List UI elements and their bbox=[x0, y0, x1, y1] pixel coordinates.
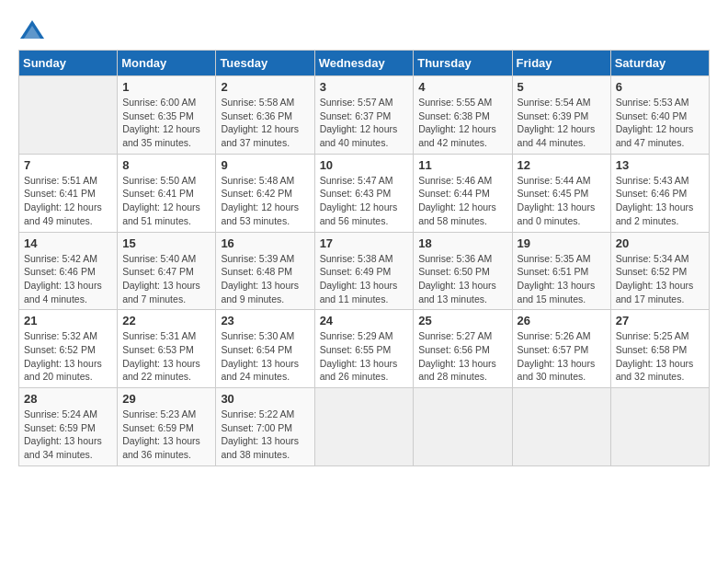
day-number: 6 bbox=[616, 80, 704, 94]
header-day-sunday: Sunday bbox=[19, 51, 118, 76]
calendar-cell bbox=[414, 388, 512, 466]
day-number: 28 bbox=[24, 392, 112, 406]
day-number: 12 bbox=[518, 158, 606, 172]
header-day-tuesday: Tuesday bbox=[216, 51, 314, 76]
day-number: 14 bbox=[24, 236, 112, 250]
calendar-table: SundayMondayTuesdayWednesdayThursdayFrid… bbox=[18, 50, 710, 466]
week-row-2: 7Sunrise: 5:51 AMSunset: 6:41 PMDaylight… bbox=[19, 154, 710, 232]
day-number: 9 bbox=[221, 158, 309, 172]
calendar-cell: 4Sunrise: 5:55 AMSunset: 6:38 PMDaylight… bbox=[414, 76, 512, 155]
week-row-5: 28Sunrise: 5:24 AMSunset: 6:59 PMDayligh… bbox=[19, 388, 710, 466]
logo bbox=[18, 18, 50, 40]
week-row-1: 1Sunrise: 6:00 AMSunset: 6:35 PMDaylight… bbox=[19, 76, 710, 155]
day-number: 3 bbox=[320, 80, 409, 94]
day-number: 27 bbox=[616, 314, 704, 327]
day-number: 21 bbox=[24, 314, 112, 327]
day-number: 19 bbox=[518, 236, 606, 250]
header-day-wednesday: Wednesday bbox=[314, 51, 414, 76]
day-info: Sunrise: 5:24 AMSunset: 6:59 PMDaylight:… bbox=[24, 408, 112, 462]
day-info: Sunrise: 5:35 AMSunset: 6:51 PMDaylight:… bbox=[518, 252, 606, 306]
day-number: 30 bbox=[221, 392, 309, 406]
day-number: 5 bbox=[518, 80, 606, 94]
day-number: 8 bbox=[122, 158, 210, 172]
calendar-cell: 26Sunrise: 5:26 AMSunset: 6:57 PMDayligh… bbox=[512, 310, 610, 388]
day-info: Sunrise: 5:22 AMSunset: 7:00 PMDaylight:… bbox=[221, 408, 309, 462]
day-info: Sunrise: 5:34 AMSunset: 6:52 PMDaylight:… bbox=[616, 252, 704, 306]
day-info: Sunrise: 5:30 AMSunset: 6:54 PMDaylight:… bbox=[221, 329, 309, 384]
calendar-cell: 29Sunrise: 5:23 AMSunset: 6:59 PMDayligh… bbox=[118, 388, 216, 466]
day-info: Sunrise: 5:26 AMSunset: 6:57 PMDaylight:… bbox=[518, 329, 606, 384]
day-number: 22 bbox=[122, 314, 210, 327]
day-info: Sunrise: 5:27 AMSunset: 6:56 PMDaylight:… bbox=[418, 329, 506, 384]
day-number: 24 bbox=[320, 314, 409, 327]
calendar-cell: 17Sunrise: 5:38 AMSunset: 6:49 PMDayligh… bbox=[314, 232, 414, 310]
calendar-cell bbox=[610, 388, 709, 466]
header bbox=[18, 18, 710, 40]
calendar-cell: 23Sunrise: 5:30 AMSunset: 6:54 PMDayligh… bbox=[216, 310, 314, 388]
day-info: Sunrise: 5:25 AMSunset: 6:58 PMDaylight:… bbox=[616, 329, 704, 384]
calendar-cell: 12Sunrise: 5:44 AMSunset: 6:45 PMDayligh… bbox=[512, 154, 610, 232]
day-info: Sunrise: 5:39 AMSunset: 6:48 PMDaylight:… bbox=[221, 252, 309, 306]
day-info: Sunrise: 5:38 AMSunset: 6:49 PMDaylight:… bbox=[320, 252, 409, 306]
header-day-saturday: Saturday bbox=[610, 51, 709, 76]
day-info: Sunrise: 5:43 AMSunset: 6:46 PMDaylight:… bbox=[616, 174, 704, 228]
day-info: Sunrise: 5:44 AMSunset: 6:45 PMDaylight:… bbox=[518, 174, 606, 228]
calendar-cell: 16Sunrise: 5:39 AMSunset: 6:48 PMDayligh… bbox=[216, 232, 314, 310]
day-info: Sunrise: 5:55 AMSunset: 6:38 PMDaylight:… bbox=[418, 96, 506, 150]
calendar-cell: 15Sunrise: 5:40 AMSunset: 6:47 PMDayligh… bbox=[118, 232, 216, 310]
day-number: 1 bbox=[122, 80, 210, 94]
calendar-cell: 25Sunrise: 5:27 AMSunset: 6:56 PMDayligh… bbox=[414, 310, 512, 388]
day-number: 16 bbox=[221, 236, 309, 250]
calendar-cell bbox=[512, 388, 610, 466]
calendar-cell: 3Sunrise: 5:57 AMSunset: 6:37 PMDaylight… bbox=[314, 76, 414, 155]
day-number: 2 bbox=[221, 80, 309, 94]
day-info: Sunrise: 5:36 AMSunset: 6:50 PMDaylight:… bbox=[418, 252, 506, 306]
calendar-cell: 19Sunrise: 5:35 AMSunset: 6:51 PMDayligh… bbox=[512, 232, 610, 310]
calendar-cell: 1Sunrise: 6:00 AMSunset: 6:35 PMDaylight… bbox=[118, 76, 216, 155]
header-day-friday: Friday bbox=[512, 51, 610, 76]
calendar-cell: 21Sunrise: 5:32 AMSunset: 6:52 PMDayligh… bbox=[19, 310, 118, 388]
logo-icon bbox=[18, 18, 46, 40]
header-day-monday: Monday bbox=[118, 51, 216, 76]
day-number: 13 bbox=[616, 158, 704, 172]
calendar-cell: 22Sunrise: 5:31 AMSunset: 6:53 PMDayligh… bbox=[118, 310, 216, 388]
calendar-cell: 18Sunrise: 5:36 AMSunset: 6:50 PMDayligh… bbox=[414, 232, 512, 310]
day-info: Sunrise: 5:46 AMSunset: 6:44 PMDaylight:… bbox=[418, 174, 506, 228]
day-number: 17 bbox=[320, 236, 409, 250]
day-number: 15 bbox=[122, 236, 210, 250]
day-info: Sunrise: 5:50 AMSunset: 6:41 PMDaylight:… bbox=[122, 174, 210, 228]
week-row-4: 21Sunrise: 5:32 AMSunset: 6:52 PMDayligh… bbox=[19, 310, 710, 388]
calendar-cell: 13Sunrise: 5:43 AMSunset: 6:46 PMDayligh… bbox=[610, 154, 709, 232]
day-info: Sunrise: 5:57 AMSunset: 6:37 PMDaylight:… bbox=[320, 96, 409, 150]
day-number: 25 bbox=[418, 314, 506, 327]
day-info: Sunrise: 5:54 AMSunset: 6:39 PMDaylight:… bbox=[518, 96, 606, 150]
day-info: Sunrise: 5:42 AMSunset: 6:46 PMDaylight:… bbox=[24, 252, 112, 306]
calendar-cell: 20Sunrise: 5:34 AMSunset: 6:52 PMDayligh… bbox=[610, 232, 709, 310]
calendar-cell: 27Sunrise: 5:25 AMSunset: 6:58 PMDayligh… bbox=[610, 310, 709, 388]
calendar-cell: 11Sunrise: 5:46 AMSunset: 6:44 PMDayligh… bbox=[414, 154, 512, 232]
week-row-3: 14Sunrise: 5:42 AMSunset: 6:46 PMDayligh… bbox=[19, 232, 710, 310]
calendar-cell: 5Sunrise: 5:54 AMSunset: 6:39 PMDaylight… bbox=[512, 76, 610, 155]
calendar-cell: 14Sunrise: 5:42 AMSunset: 6:46 PMDayligh… bbox=[19, 232, 118, 310]
day-info: Sunrise: 5:58 AMSunset: 6:36 PMDaylight:… bbox=[221, 96, 309, 150]
day-info: Sunrise: 5:40 AMSunset: 6:47 PMDaylight:… bbox=[122, 252, 210, 306]
day-number: 11 bbox=[418, 158, 506, 172]
day-number: 26 bbox=[518, 314, 606, 327]
day-info: Sunrise: 5:32 AMSunset: 6:52 PMDaylight:… bbox=[24, 329, 112, 384]
day-info: Sunrise: 5:31 AMSunset: 6:53 PMDaylight:… bbox=[122, 329, 210, 384]
day-number: 20 bbox=[616, 236, 704, 250]
day-info: Sunrise: 6:00 AMSunset: 6:35 PMDaylight:… bbox=[122, 96, 210, 150]
calendar-cell: 28Sunrise: 5:24 AMSunset: 6:59 PMDayligh… bbox=[19, 388, 118, 466]
day-number: 18 bbox=[418, 236, 506, 250]
calendar-cell: 8Sunrise: 5:50 AMSunset: 6:41 PMDaylight… bbox=[118, 154, 216, 232]
day-info: Sunrise: 5:53 AMSunset: 6:40 PMDaylight:… bbox=[616, 96, 704, 150]
calendar-cell: 30Sunrise: 5:22 AMSunset: 7:00 PMDayligh… bbox=[216, 388, 314, 466]
calendar-cell: 7Sunrise: 5:51 AMSunset: 6:41 PMDaylight… bbox=[19, 154, 118, 232]
day-info: Sunrise: 5:47 AMSunset: 6:43 PMDaylight:… bbox=[320, 174, 409, 228]
day-number: 23 bbox=[221, 314, 309, 327]
calendar-cell: 9Sunrise: 5:48 AMSunset: 6:42 PMDaylight… bbox=[216, 154, 314, 232]
day-number: 29 bbox=[122, 392, 210, 406]
day-number: 10 bbox=[320, 158, 409, 172]
day-info: Sunrise: 5:29 AMSunset: 6:55 PMDaylight:… bbox=[320, 329, 409, 384]
header-row: SundayMondayTuesdayWednesdayThursdayFrid… bbox=[19, 51, 710, 76]
